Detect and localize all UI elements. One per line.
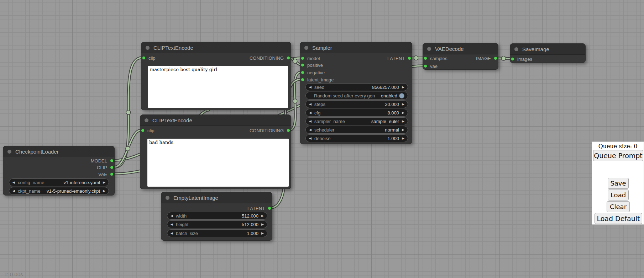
port-dot-icon[interactable]: [301, 63, 304, 67]
output-port-latent[interactable]: LATENT: [387, 55, 411, 62]
port-dot-icon[interactable]: [268, 207, 271, 210]
output-port-clip[interactable]: CLIP: [97, 164, 114, 171]
port-dot-icon[interactable]: [408, 57, 411, 60]
node-title-bar[interactable]: CLIPTextEncode: [140, 115, 291, 126]
decrement-arrow-icon[interactable]: ◀: [309, 86, 311, 89]
input-port-clip[interactable]: clip: [141, 127, 155, 134]
node-title-bar[interactable]: Sampler: [300, 42, 412, 53]
decrement-arrow-icon[interactable]: ◀: [309, 111, 311, 114]
node-clip-text-encode-positive[interactable]: CLIPTextEncode clip CONDITIONING masterp…: [141, 42, 291, 110]
port-dot-icon[interactable]: [287, 56, 290, 60]
scheduler-widget[interactable]: ◀ scheduler normal ▶: [305, 126, 408, 134]
node-title-bar[interactable]: EmptyLatentImage: [161, 192, 272, 203]
decrement-arrow-icon[interactable]: ◀: [12, 181, 15, 184]
node-save-image[interactable]: SaveImage images: [510, 43, 586, 63]
prompt-textarea[interactable]: bad hands: [147, 139, 289, 187]
link-midpoint-dot[interactable]: [126, 110, 130, 114]
input-port-vae[interactable]: vae: [424, 63, 438, 69]
sampler-name-widget[interactable]: ◀ sampler_name sample_euler ▶: [305, 117, 408, 125]
collapse-dot-icon[interactable]: [514, 47, 518, 51]
input-port-images[interactable]: images: [511, 56, 532, 62]
width-widget[interactable]: ◀ width 512.000 ▶: [167, 212, 267, 220]
seed-widget[interactable]: ◀ seed 8566257.000 ▶: [305, 83, 408, 91]
input-port-positive[interactable]: positive: [301, 62, 323, 68]
decrement-arrow-icon[interactable]: ◀: [309, 103, 311, 106]
steps-widget[interactable]: ◀ steps 20.000 ▶: [305, 100, 408, 108]
load-button[interactable]: Load: [608, 189, 629, 201]
increment-arrow-icon[interactable]: ▶: [261, 223, 264, 226]
increment-arrow-icon[interactable]: ▶: [402, 120, 404, 123]
config-name-widget[interactable]: ◀ config_name v1-inference.yaml ▶: [9, 178, 109, 186]
port-dot-icon[interactable]: [287, 129, 290, 132]
node-empty-latent-image[interactable]: EmptyLatentImage LATENT ◀ width 512.000 …: [161, 192, 272, 241]
node-title-bar[interactable]: SaveImage: [510, 44, 585, 55]
increment-arrow-icon[interactable]: ▶: [402, 86, 404, 89]
height-widget[interactable]: ◀ height 512.000 ▶: [167, 220, 267, 228]
increment-arrow-icon[interactable]: ▶: [103, 189, 105, 193]
prompt-textarea[interactable]: masterpiece best quality girl: [148, 66, 288, 108]
output-port-conditioning[interactable]: CONDITIONING: [250, 127, 290, 134]
collapse-dot-icon[interactable]: [427, 47, 431, 51]
collapse-dot-icon[interactable]: [166, 196, 169, 200]
port-dot-icon[interactable]: [301, 57, 304, 60]
decrement-arrow-icon[interactable]: ◀: [12, 189, 15, 193]
decrement-arrow-icon[interactable]: ◀: [309, 128, 311, 132]
input-port-negative[interactable]: negative: [301, 69, 325, 76]
load-default-button[interactable]: Load Default: [595, 213, 642, 224]
port-dot-icon[interactable]: [142, 56, 146, 60]
decrement-arrow-icon[interactable]: ◀: [171, 223, 173, 226]
increment-arrow-icon[interactable]: ▶: [402, 137, 404, 140]
link-midpoint-dot[interactable]: [414, 56, 418, 60]
collapse-dot-icon[interactable]: [7, 150, 11, 154]
port-dot-icon[interactable]: [511, 57, 514, 61]
batch-size-widget[interactable]: ◀ batch_size 1.000 ▶: [167, 229, 267, 237]
increment-arrow-icon[interactable]: ▶: [402, 111, 404, 114]
output-port-latent[interactable]: LATENT: [247, 205, 271, 212]
node-sampler[interactable]: Sampler model LATENT positive negative l…: [300, 42, 412, 144]
node-title-bar[interactable]: VAEDecode: [423, 43, 498, 54]
collapse-dot-icon[interactable]: [146, 46, 150, 50]
increment-arrow-icon[interactable]: ▶: [261, 232, 264, 235]
output-port-vae[interactable]: VAE: [98, 171, 114, 177]
link-midpoint-dot[interactable]: [501, 56, 506, 60]
output-port-model[interactable]: MODEL: [91, 157, 114, 164]
decrement-arrow-icon[interactable]: ◀: [171, 214, 173, 218]
ckpt-name-widget[interactable]: ◀ ckpt_name v1-5-pruned-emaonly.ckpt ▶: [9, 187, 109, 195]
save-button[interactable]: Save: [608, 178, 629, 189]
node-title-bar[interactable]: CheckpointLoader: [3, 146, 114, 157]
node-vae-decode[interactable]: VAEDecode samples IMAGE vae: [423, 43, 498, 70]
port-dot-icon[interactable]: [494, 57, 497, 60]
increment-arrow-icon[interactable]: ▶: [103, 181, 105, 184]
port-dot-icon[interactable]: [301, 71, 304, 74]
port-dot-icon[interactable]: [301, 78, 304, 81]
decrement-arrow-icon[interactable]: ◀: [309, 120, 311, 123]
port-dot-icon[interactable]: [424, 57, 427, 60]
queue-prompt-button[interactable]: Queue Prompt: [593, 150, 643, 161]
input-port-latent-image[interactable]: latent_image: [301, 76, 334, 83]
output-port-image[interactable]: IMAGE: [476, 55, 497, 62]
collapse-dot-icon[interactable]: [145, 118, 148, 122]
denoise-widget[interactable]: ◀ denoise 1.000 ▶: [305, 134, 408, 142]
decrement-arrow-icon[interactable]: ◀: [171, 232, 173, 235]
link-midpoint-dot[interactable]: [293, 59, 297, 63]
port-dot-icon[interactable]: [110, 172, 114, 176]
port-dot-icon[interactable]: [424, 64, 427, 68]
input-port-clip[interactable]: clip: [142, 55, 156, 61]
increment-arrow-icon[interactable]: ▶: [402, 103, 404, 106]
node-title-bar[interactable]: CLIPTextEncode: [141, 42, 291, 53]
cfg-widget[interactable]: ◀ cfg 8.000 ▶: [305, 109, 408, 117]
port-dot-icon[interactable]: [110, 159, 114, 162]
input-port-model[interactable]: model: [301, 55, 320, 62]
link-midpoint-dot[interactable]: [126, 146, 130, 151]
random-seed-toggle-widget[interactable]: Random seed after every gen enabled: [305, 92, 408, 100]
collapse-dot-icon[interactable]: [304, 46, 308, 50]
clear-button[interactable]: Clear: [607, 201, 630, 212]
port-dot-icon[interactable]: [141, 129, 145, 132]
input-port-samples[interactable]: samples: [424, 55, 447, 62]
node-clip-text-encode-negative[interactable]: CLIPTextEncode clip CONDITIONING bad han…: [140, 114, 291, 189]
increment-arrow-icon[interactable]: ▶: [261, 214, 264, 218]
link-midpoint-dot[interactable]: [293, 99, 297, 103]
decrement-arrow-icon[interactable]: ◀: [309, 137, 311, 140]
toggle-dot-icon[interactable]: [399, 93, 404, 98]
output-port-conditioning[interactable]: CONDITIONING: [250, 55, 290, 61]
